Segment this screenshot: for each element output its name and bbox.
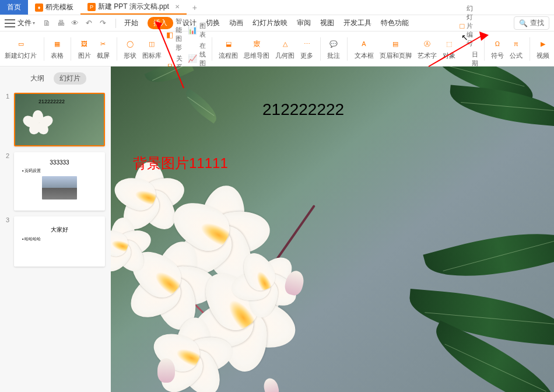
slide-number-icon: □ [460, 21, 465, 30]
menu-tab-animation[interactable]: 动画 [229, 18, 243, 28]
thumb3-bullet: • 哈哈哈哈 [22, 236, 100, 242]
undo-icon[interactable]: ↶ [84, 19, 93, 28]
new-slide-button[interactable]: ▭ 新建幻灯片 [3, 37, 38, 60]
textbox-button[interactable]: A 文本框 [353, 37, 375, 60]
online-chart-icon: 📈 [188, 54, 197, 64]
table-icon: ▦ [51, 37, 64, 50]
leaf-graphic [423, 216, 554, 295]
symbol-button[interactable]: Ω 符号 [490, 37, 505, 60]
slide-panel: 大纲 幻灯片 1 212222222 2 333333 [0, 66, 111, 392]
flower-cluster [111, 154, 350, 392]
cursor-icon: ↖ [461, 33, 468, 42]
tab-template[interactable]: ♦ 稻壳模板 [28, 0, 80, 15]
menu-tab-devtools[interactable]: 开发工具 [343, 18, 371, 28]
slides-tab[interactable]: 幻灯片 [54, 72, 86, 85]
leaf-graphic [448, 85, 554, 127]
leaf-graphic [406, 289, 554, 346]
chart-icon: 📊 [188, 26, 197, 35]
mindmap-button[interactable]: 🕸 思维导图 [243, 37, 271, 60]
ribbon: ▭ 新建幻灯片 ▦ 表格 🖼 图片 ✂ 截屏 ◯ 形状 ◫ 图标库 ◧智能图形 … [0, 32, 554, 66]
bud-graphic [157, 358, 175, 383]
symbol-icon: Ω [491, 37, 504, 50]
outline-tab[interactable]: 大纲 [24, 72, 50, 85]
equation-button[interactable]: π 公式 [509, 37, 524, 60]
tab-add[interactable]: + [187, 0, 203, 15]
menu-tab-slideshow[interactable]: 幻灯片放映 [253, 18, 287, 28]
thumb3-title: 大家好 [19, 226, 100, 234]
more-icon: ⋯ [300, 37, 313, 50]
thumb-number: 2 [6, 152, 10, 211]
thumb-number: 1 [6, 93, 10, 146]
tab-template-label: 稻壳模板 [45, 2, 73, 12]
scissors-icon: ✂ [97, 37, 110, 50]
print-icon[interactable]: 🖶 [56, 19, 65, 28]
textbox-icon: A [357, 37, 370, 50]
slide-text-number[interactable]: 212222222 [262, 100, 344, 119]
slide-thumb-3[interactable]: 大家好 • 哈哈哈哈 [14, 216, 105, 267]
close-icon[interactable]: ✕ [175, 4, 180, 10]
fire-icon: ♦ [35, 4, 43, 12]
slide-thumb-1[interactable]: 212222222 [14, 93, 105, 146]
mindmap-icon: 🕸 [250, 37, 263, 50]
new-slide-icon: ▭ [15, 37, 27, 50]
icon-lib-button[interactable]: ◫ 图标库 [141, 37, 163, 60]
video-button[interactable]: ▶ 视频 [535, 37, 551, 60]
slide-text-bg[interactable]: 背景图片11111 [133, 154, 228, 173]
search-button[interactable]: 🔍 查找 [514, 16, 549, 30]
slide-thumb-2[interactable]: 333333 • 页码设置 [14, 152, 105, 211]
menu-tab-features[interactable]: 特色功能 [381, 18, 409, 28]
comment-button[interactable]: 💬 批注 [326, 37, 341, 60]
thumb1-text: 212222222 [38, 99, 65, 104]
slide-canvas[interactable]: 212222222 背景图片11111 [111, 66, 554, 392]
thumb-wrapper-2: 2 333333 • 页码设置 [6, 152, 105, 211]
menu-tab-start[interactable]: 开始 [124, 18, 138, 28]
comment-icon: 💬 [327, 37, 340, 50]
wordart-icon: Ⓐ [420, 37, 433, 50]
header-footer-button[interactable]: ▤ 页眉和页脚 [378, 37, 413, 60]
equation-icon: π [510, 37, 523, 50]
smart-shape-button[interactable]: ◧智能图形 [166, 17, 184, 52]
leaf-graphic [180, 88, 222, 124]
menu-tab-review[interactable]: 审阅 [297, 18, 311, 28]
geometry-icon: △ [279, 37, 292, 50]
chart-button[interactable]: 📊图表 [188, 22, 206, 39]
leaf-graphic [144, 66, 194, 90]
save-icon[interactable]: 🗎 [42, 19, 51, 28]
separator [115, 19, 116, 28]
bud-graphic [262, 377, 280, 392]
flowchart-button[interactable]: ⬓ 流程图 [218, 37, 239, 60]
content-area: 大纲 幻灯片 1 212222222 2 333333 [0, 66, 554, 392]
shapes-button[interactable]: ◯ 形状 [122, 37, 138, 60]
flowchart-icon: ⬓ [222, 37, 235, 50]
wordart-button[interactable]: Ⓐ 艺术字 [416, 37, 438, 60]
more-button[interactable]: ⋯ 更多 [299, 37, 314, 60]
preview-icon[interactable]: 👁 [70, 19, 79, 28]
thumb-flower-graphic [21, 104, 56, 139]
hamburger-icon[interactable] [5, 19, 15, 27]
slide-editor[interactable]: 212222222 背景图片11111 [111, 66, 554, 392]
tab-document[interactable]: P 新建 PPT 演示文稿.ppt ✕ [80, 0, 187, 15]
object-button[interactable]: ⬚ 对象 [441, 37, 457, 60]
menu-tab-view[interactable]: 视图 [320, 18, 334, 28]
redo-icon[interactable]: ↷ [98, 19, 107, 28]
smart-shape-icon: ◧ [166, 30, 173, 39]
screenshot-button[interactable]: ✂ 截屏 [96, 37, 111, 60]
video-icon: ▶ [537, 37, 549, 50]
thumb2-bullet: • 页码设置 [22, 168, 100, 174]
geometry-button[interactable]: △ 几何图 [274, 37, 296, 60]
image-button[interactable]: 🖼 图片 [77, 37, 92, 60]
thumb-wrapper-1: 1 212222222 [6, 93, 105, 146]
table-button[interactable]: ▦ 表格 [50, 37, 65, 60]
thumb2-image [42, 176, 77, 200]
tab-home[interactable]: 首页 [0, 0, 28, 15]
search-label: 查找 [530, 18, 544, 28]
quick-access-toolbar: 🗎 🖶 👁 ↶ ↷ [42, 19, 107, 28]
thumb-wrapper-3: 3 大家好 • 哈哈哈哈 [6, 216, 105, 267]
menu-tab-transition[interactable]: 切换 [206, 18, 220, 28]
tab-document-label: 新建 PPT 演示文稿.ppt [98, 2, 169, 12]
header-footer-icon: ▤ [389, 37, 402, 50]
file-menu[interactable]: 文件 ▾ [17, 18, 35, 28]
thumb-number: 3 [6, 216, 10, 267]
icon-lib-icon: ◫ [145, 37, 158, 50]
search-icon: 🔍 [519, 19, 528, 27]
